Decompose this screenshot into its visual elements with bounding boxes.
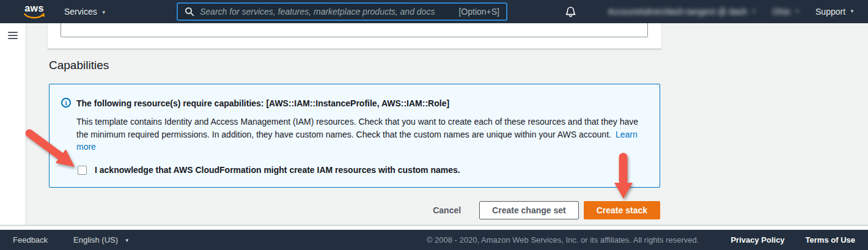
region-menu-label: Ohio [773, 0, 791, 23]
form-actions: Cancel Create change set Create stack [49, 201, 660, 219]
services-menu[interactable]: Services▼ [64, 0, 106, 25]
chevron-down-icon: ▼ [795, 9, 800, 14]
capabilities-section-title: Capabilities [49, 59, 109, 72]
create-stack-button[interactable]: Create stack [584, 201, 660, 219]
left-sidebar-rail [0, 23, 26, 225]
alert-body-text: This template contains Identity and Acce… [76, 117, 638, 139]
pre-footer-strip [0, 226, 868, 230]
search-icon [185, 7, 194, 17]
aws-logo-smile-icon [24, 13, 45, 19]
account-menu-label: AccountAdmin/dash-tangent @ dash [608, 0, 747, 23]
language-label: English (US) [73, 235, 118, 244]
notifications-bell-button[interactable] [565, 6, 576, 17]
alert-title: The following resource(s) require capabi… [76, 98, 449, 108]
bell-icon [565, 6, 576, 17]
services-label: Services [64, 7, 97, 17]
global-search[interactable]: [Option+S] [177, 2, 507, 21]
iam-acknowledge-row[interactable]: I acknowledge that AWS CloudFormation mi… [78, 165, 460, 175]
previous-section-card [48, 23, 661, 49]
capabilities-info-alert: i The following resource(s) require capa… [49, 84, 660, 188]
chevron-down-icon: ▼ [125, 238, 130, 243]
chevron-down-icon: ▼ [101, 10, 106, 15]
feedback-link[interactable]: Feedback [13, 235, 48, 244]
footer-bar: Feedback English (US) ▼ © 2008 - 2020, A… [0, 230, 868, 250]
language-menu[interactable]: English (US) ▼ [73, 235, 130, 244]
search-input[interactable] [194, 7, 458, 17]
search-shortcut-hint: [Option+S] [458, 7, 499, 17]
cancel-button[interactable]: Cancel [427, 201, 467, 219]
partial-input-field[interactable] [61, 22, 648, 37]
navbar-right-group: AccountAdmin/dash-tangent @ dash▼ Ohio▼ … [565, 0, 855, 23]
privacy-policy-link[interactable]: Privacy Policy [730, 235, 784, 244]
terms-of-use-link[interactable]: Terms of Use [806, 235, 855, 244]
info-icon: i [61, 98, 71, 108]
copyright-text: © 2008 - 2020, Amazon Web Services, Inc.… [427, 235, 699, 244]
chevron-down-icon: ▼ [850, 9, 855, 14]
alert-body: This template contains Identity and Acce… [76, 116, 650, 153]
support-menu[interactable]: Support▼ [815, 0, 855, 23]
aws-logo[interactable]: aws [23, 3, 45, 20]
account-menu[interactable]: AccountAdmin/dash-tangent @ dash▼ [608, 0, 756, 23]
iam-acknowledge-checkbox[interactable] [78, 166, 87, 175]
hamburger-menu-icon[interactable] [8, 32, 18, 40]
support-label: Support [815, 0, 845, 23]
top-navbar: aws Services▼ [Option+S] AccountAdmin/da… [0, 0, 868, 23]
iam-acknowledge-label: I acknowledge that AWS CloudFormation mi… [95, 165, 460, 175]
chevron-down-icon: ▼ [752, 9, 757, 14]
create-change-set-button[interactable]: Create change set [479, 201, 579, 219]
region-menu[interactable]: Ohio▼ [773, 0, 800, 23]
